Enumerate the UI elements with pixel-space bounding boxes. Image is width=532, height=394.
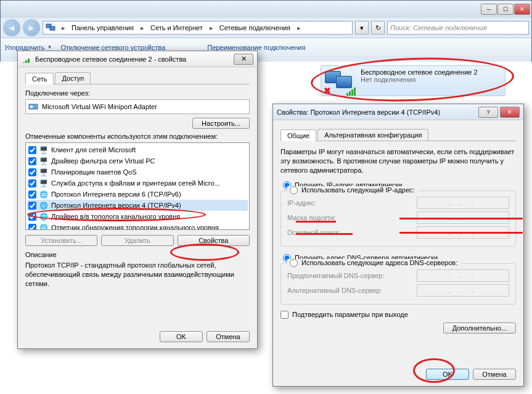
component-checkbox[interactable]: [28, 146, 36, 154]
dns-alt-label: Альтернативный DNS-сервер:: [287, 287, 382, 294]
component-item[interactable]: 🌐Ответчик обнаружения топологии канально…: [27, 222, 248, 230]
svg-rect-2: [25, 60, 27, 63]
breadcrumb[interactable]: ▸ Панель управления ▸ Сеть и Интернет ▸ …: [43, 21, 353, 35]
client-icon: 🖥️: [39, 145, 49, 155]
protocol-icon: 🌐: [39, 223, 49, 230]
dialog-title: Беспроводное сетевое соединение 2 - свой…: [35, 55, 234, 63]
rename-connection-button[interactable]: Переименование подключения: [207, 44, 305, 51]
component-list[interactable]: 🖥️Клиент для сетей Microsoft 🖥️Драйвер ф…: [25, 142, 250, 230]
ok-button[interactable]: OK: [426, 369, 469, 380]
subnet-mask-input[interactable]: . . .: [417, 211, 509, 224]
component-item[interactable]: 🌐Драйвер в/в тополога канального уровня: [27, 211, 248, 222]
breadcrumb-segment[interactable]: Сетевые подключения: [216, 22, 295, 34]
remove-button[interactable]: Удалить: [101, 235, 173, 246]
svg-rect-4: [23, 62, 25, 63]
tab-access[interactable]: Доступ: [55, 72, 91, 84]
dialog-close-button[interactable]: ✕: [500, 107, 520, 118]
connection-icon: ✖: [325, 68, 354, 93]
dns-preferred-input[interactable]: . . .: [417, 269, 509, 282]
adapter-icon: [28, 102, 38, 112]
component-item[interactable]: 🖥️Драйвер фильтра сети Virtual PC: [27, 155, 248, 166]
connection-properties-dialog: Беспроводное сетевое соединение 2 - свой…: [17, 51, 258, 349]
component-checkbox[interactable]: [28, 168, 36, 176]
tab-strip: Общие Альтернативная конфигурация: [280, 129, 516, 141]
minimize-button[interactable]: ─: [481, 4, 497, 15]
driver-icon: 🖥️: [39, 156, 49, 166]
component-checkbox[interactable]: [28, 157, 36, 165]
organize-menu[interactable]: Упорядочить▼: [4, 44, 52, 51]
close-button[interactable]: ✕: [514, 4, 530, 15]
breadcrumb-segment[interactable]: Панель управления: [68, 22, 138, 34]
connection-item-selected[interactable]: ✖ Беспроводное сетевое соединение 2 Нет …: [321, 65, 505, 96]
confirm-on-exit-row[interactable]: Подтвердить параметры при выходе: [280, 311, 516, 319]
dialog-title: Свойства: Протокол Интернета версии 4 (T…: [277, 109, 478, 116]
dns-alt-input[interactable]: . . .: [417, 284, 509, 297]
nav-forward-button[interactable]: ►: [23, 19, 40, 36]
component-checkbox[interactable]: [28, 191, 36, 199]
service-icon: 🖥️: [39, 167, 49, 177]
breadcrumb-segment[interactable]: Сеть и Интернет: [147, 22, 207, 34]
info-text: Параметры IP могут назначаться автоматич…: [280, 147, 516, 175]
tab-network[interactable]: Сеть: [25, 73, 54, 84]
dropdown-history[interactable]: ▾: [355, 21, 369, 35]
svg-rect-1: [50, 27, 55, 30]
refresh-button[interactable]: ↻: [371, 21, 385, 35]
description-text: Протокол TCP/IP - стандартный протокол г…: [25, 261, 250, 289]
adapter-name: Microsoft Virtual WiFi Miniport Adapter: [42, 103, 157, 110]
tab-alt-config[interactable]: Альтернативная конфигурация: [317, 129, 428, 141]
ip-manual-radio[interactable]: [290, 186, 298, 194]
components-label: Отмеченные компоненты используются этим …: [25, 133, 250, 140]
component-checkbox[interactable]: [28, 202, 36, 210]
adapter-display: Microsoft Virtual WiFi Miniport Adapter: [25, 99, 250, 114]
connection-name: Беспроводное сетевое соединение 2: [361, 68, 478, 76]
gateway-input[interactable]: . . .: [417, 226, 509, 239]
tab-general[interactable]: Общие: [280, 129, 316, 141]
disable-device-button[interactable]: Отключение сетевого устройства: [60, 44, 165, 51]
component-item-ipv4[interactable]: 🌐Протокол Интернета версии 4 (TCP/IPv4): [27, 200, 248, 211]
ip-manual-label: Использовать следующий IP-адрес:: [301, 186, 415, 194]
configure-button[interactable]: Настроить...: [192, 118, 250, 129]
component-checkbox[interactable]: [28, 179, 36, 187]
nav-back-button[interactable]: ◄: [3, 19, 20, 36]
component-item[interactable]: 🖥️Клиент для сетей Microsoft: [27, 144, 248, 155]
dns-manual-radio-row[interactable]: Использовать следующие адреса DNS-сервер…: [287, 259, 461, 267]
ip-address-input[interactable]: . . .: [417, 197, 509, 209]
install-button[interactable]: Установить...: [25, 235, 97, 246]
nav-row: ◄ ► ▸ Панель управления ▸ Сеть и Интерне…: [1, 18, 531, 38]
dns-manual-label: Использовать следующие адреса DNS-сервер…: [301, 259, 457, 266]
dialog-titlebar: Свойства: Протокол Интернета версии 4 (T…: [273, 104, 523, 120]
help-button[interactable]: ?: [478, 107, 498, 118]
search-placeholder-text: Поиск: Сетевые подключения: [390, 24, 487, 31]
search-input[interactable]: Поиск: Сетевые подключения: [387, 21, 529, 35]
component-item[interactable]: 🖥️Планировщик пакетов QoS: [27, 166, 248, 178]
explorer-titlebar: ─ ☐ ✕: [1, 1, 531, 18]
description-label: Описание: [25, 251, 250, 258]
dns-manual-radio[interactable]: [290, 259, 298, 267]
component-item[interactable]: 🖥️Служба доступа к файлам и принтерам се…: [27, 178, 248, 189]
ip-manual-fieldset: Использовать следующий IP-адрес: IP-адре…: [280, 191, 516, 247]
connection-status: Нет подключения: [361, 76, 478, 83]
ip-manual-radio-row[interactable]: Использовать следующий IP-адрес:: [287, 186, 419, 194]
component-item[interactable]: 🌐Протокол Интернета версии 6 (TCP/IPv6): [27, 189, 248, 200]
component-checkbox[interactable]: [28, 213, 36, 221]
properties-button[interactable]: Свойства: [178, 235, 250, 246]
error-x-icon: ✖: [324, 86, 331, 96]
ok-button[interactable]: OK: [160, 331, 203, 342]
service-icon: 🖥️: [39, 178, 49, 188]
network-icon: [46, 22, 57, 33]
advanced-button[interactable]: Дополнительно...: [443, 322, 516, 334]
connect-using-label: Подключение через:: [25, 89, 250, 97]
cancel-button[interactable]: Отмена: [473, 369, 516, 380]
subnet-mask-label: Маска подсети:: [287, 214, 336, 221]
dns-preferred-label: Предпочитаемый DNS-сервер:: [287, 272, 384, 279]
protocol-icon: 🌐: [39, 189, 49, 199]
cancel-button[interactable]: Отмена: [207, 331, 250, 342]
maximize-button[interactable]: ☐: [497, 4, 514, 15]
component-checkbox[interactable]: [28, 224, 36, 231]
protocol-icon: 🌐: [39, 200, 49, 210]
confirm-on-exit-checkbox[interactable]: [280, 311, 289, 319]
protocol-icon: 🌐: [39, 211, 49, 221]
signal-bars-icon: [346, 88, 356, 96]
ip-address-label: IP-адрес:: [287, 199, 316, 207]
dialog-close-button[interactable]: ✕: [234, 54, 253, 65]
